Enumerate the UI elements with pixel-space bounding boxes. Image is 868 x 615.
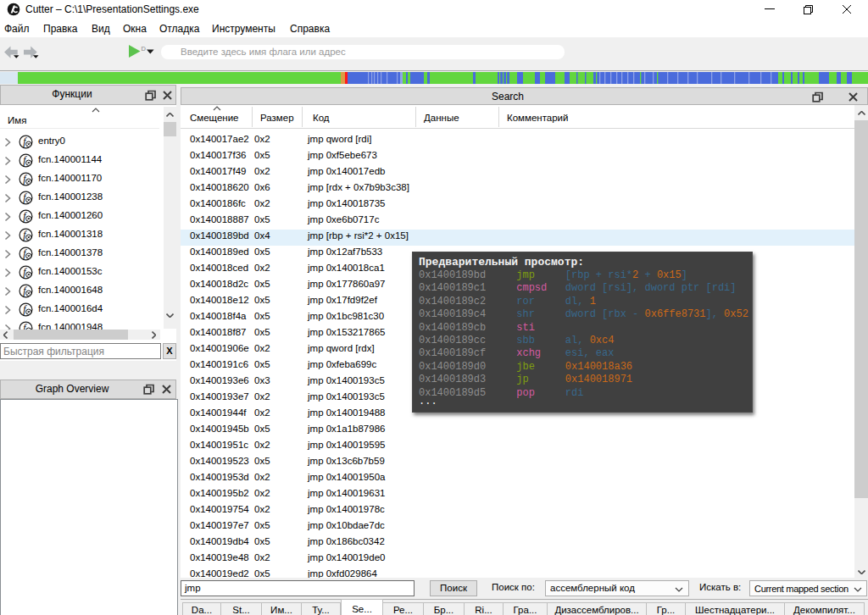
svg-text:D: D [142, 45, 147, 53]
